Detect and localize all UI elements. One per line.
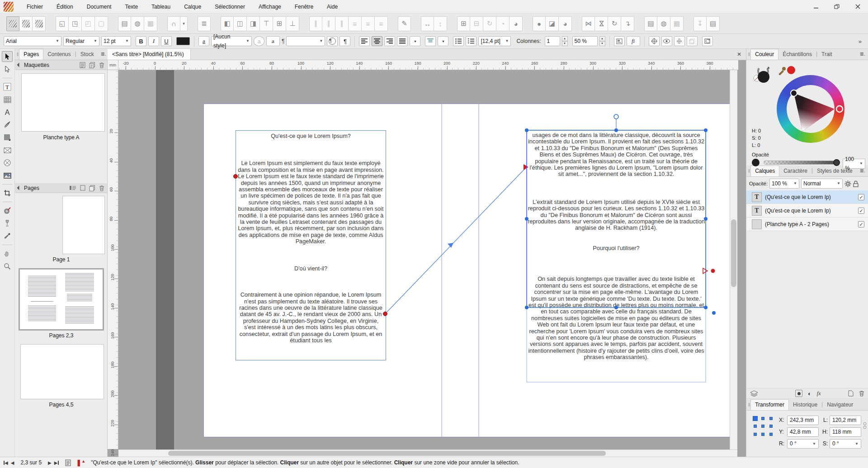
text-color-swatch[interactable] (176, 37, 190, 45)
panel-menu-icon[interactable]: ≣. (857, 168, 868, 176)
distribute-center-h-button[interactable]: ∥ (322, 16, 335, 31)
bring-forward-button[interactable]: ◳ (69, 16, 82, 31)
trash-icon[interactable] (859, 390, 864, 397)
frame-x-tool[interactable] (2, 145, 13, 156)
menu-affichage[interactable]: Affichage (252, 0, 288, 14)
glyph-button[interactable]: a (266, 36, 280, 46)
trash-icon[interactable] (99, 62, 104, 68)
font-size-select[interactable]: 12 pt▼ (101, 36, 131, 46)
crop-tool[interactable] (2, 188, 13, 199)
underline-button[interactable]: U (161, 36, 172, 46)
next-page-button[interactable]: ▶ (48, 460, 52, 465)
rotate-object-button[interactable]: ↻ (608, 16, 621, 31)
new-layer-icon[interactable] (848, 390, 854, 397)
restore-button[interactable] (826, 0, 847, 14)
saturation-triangle[interactable] (777, 75, 844, 143)
panel-menu-icon[interactable]: ≣. (857, 51, 868, 60)
vertical-align-button[interactable] (425, 36, 436, 46)
color-swap-icon[interactable] (753, 65, 774, 83)
menu-edition[interactable]: Édition (50, 0, 80, 14)
wrap-shape-button[interactable]: ▤ (644, 16, 657, 31)
align-right-edges-button[interactable]: ◨ (247, 16, 260, 31)
layer-row[interactable]: ·(Planche type A - 2 Pages)✓ (746, 217, 868, 231)
tab-pages[interactable]: Pages (19, 49, 43, 60)
font-family-select[interactable]: Arial▼ (4, 36, 61, 46)
layer-row[interactable]: T(Qu'est-ce que le Lorem Ip)✓ (746, 204, 868, 217)
snap-dropdown-button[interactable]: ▼ (180, 16, 188, 31)
duplicate-master-icon[interactable] (89, 62, 95, 68)
direct-select-arrow[interactable] (2, 64, 13, 75)
tab-echantillons[interactable]: Échantillons (778, 49, 816, 60)
menu-tableau[interactable]: Tableau (145, 0, 177, 14)
numbered-list-button[interactable] (466, 36, 476, 46)
pin-text-button[interactable]: ▤ (707, 16, 720, 31)
layer-row[interactable]: T(Qu'est-ce que le Lorem Ip)✓ (746, 190, 868, 204)
text-frame-page2[interactable]: Qu'est-ce que le Lorem Ipsum? Le Lorem I… (236, 130, 386, 360)
image-tool[interactable] (2, 170, 13, 181)
distribute-center-v-button[interactable]: ≡ (362, 16, 375, 31)
snap-magnet-button[interactable]: ∩ (167, 16, 180, 31)
tab-trait[interactable]: Trait (817, 49, 836, 60)
send-backward-button[interactable]: ◰ (82, 16, 95, 31)
pen-tool[interactable] (2, 119, 13, 130)
tab-navigateur[interactable]: Navigateur (823, 400, 857, 410)
reference-point-proxy[interactable] (753, 416, 774, 437)
eyedropper-tool[interactable] (2, 231, 13, 241)
flip-vertical-button[interactable]: ⋈ (595, 16, 608, 31)
menu-fenetre[interactable]: Fenêtre (288, 0, 320, 14)
table-tool[interactable] (2, 94, 13, 105)
panel-grip[interactable]: ‖ (15, 52, 19, 60)
menu-calque[interactable]: Calque (177, 0, 208, 14)
zoom-input[interactable]: 50 % (572, 36, 598, 46)
insert-pages-icon[interactable] (70, 185, 76, 191)
page-remove-button[interactable]: ⊟ (470, 16, 483, 31)
sl-handle[interactable] (791, 90, 797, 96)
tab-stock[interactable]: Stock (76, 49, 98, 60)
menu-aide[interactable]: Aide (320, 0, 344, 14)
pin-object-button[interactable]: ↧ (693, 16, 707, 31)
flip-horizontal-button[interactable]: ⋈ (582, 16, 595, 31)
last-page-button[interactable]: ▶ (54, 460, 59, 465)
tab-historique[interactable]: Historique (789, 400, 821, 410)
select-arrow[interactable] (2, 51, 13, 62)
align-centers-vertical-button[interactable]: ⊞ (273, 16, 286, 31)
align-centers-horizontal-button[interactable]: ◫ (234, 16, 247, 31)
align-more-dropdown[interactable]: ▼ (410, 36, 420, 46)
vertical-align-dropdown[interactable]: ▼ (438, 36, 448, 46)
page-thumbnail-1[interactable] (62, 196, 105, 254)
opacity-slider[interactable] (764, 161, 840, 165)
columns-input[interactable]: 1 (545, 36, 560, 46)
tab-caractere[interactable]: Caractère (779, 166, 811, 176)
send-to-back-button[interactable]: ▢ (95, 16, 108, 31)
layers-stack-icon[interactable] (750, 390, 758, 397)
reference-point-button[interactable] (649, 36, 660, 46)
smallcaps-button[interactable]: a (254, 36, 264, 46)
layer-visibility-checkbox[interactable]: ✓ (858, 208, 864, 214)
italic-button[interactable]: I (148, 36, 159, 46)
preview-eye-button[interactable] (661, 36, 672, 46)
align-justify-button[interactable] (397, 36, 408, 46)
app-mode-layout-button[interactable] (19, 16, 33, 31)
glass-tool[interactable] (2, 218, 13, 229)
app-mode-design-button[interactable] (6, 16, 19, 31)
page-viewport[interactable]: Qu'est-ce que le Lorem Ipsum? Le Lorem I… (118, 70, 737, 449)
width-input[interactable]: 120,2 mm (830, 416, 861, 425)
char-color-button[interactable]: a (198, 36, 209, 46)
tab-calques[interactable]: Calques (750, 165, 779, 176)
text-flow-oval-button[interactable]: ◍ (131, 16, 144, 31)
bring-to-front-button[interactable]: ◱ (56, 16, 69, 31)
columns-stepper[interactable]: ▲▼ (562, 36, 568, 46)
hand-tool[interactable] (2, 248, 13, 259)
resize-handles-button[interactable] (674, 36, 685, 46)
distribute-top-button[interactable]: ≡ (349, 16, 362, 31)
leading-select[interactable]: [12,4 pt]▼ (478, 36, 511, 46)
x-input[interactable]: 242,3 mm (787, 416, 819, 425)
free-transform-button[interactable] (687, 36, 698, 46)
contrast-icon[interactable]: ◐ (808, 390, 811, 397)
bold-button[interactable]: B (136, 36, 146, 46)
align-bottom-edges-button[interactable]: ⊥ (286, 16, 299, 31)
align-left-edges-button[interactable]: ◧ (221, 16, 234, 31)
zoom-stepper[interactable]: ▲▼ (599, 36, 605, 46)
text-tool[interactable]: T (2, 81, 13, 92)
tab-transformer[interactable]: Transformer (750, 399, 789, 410)
